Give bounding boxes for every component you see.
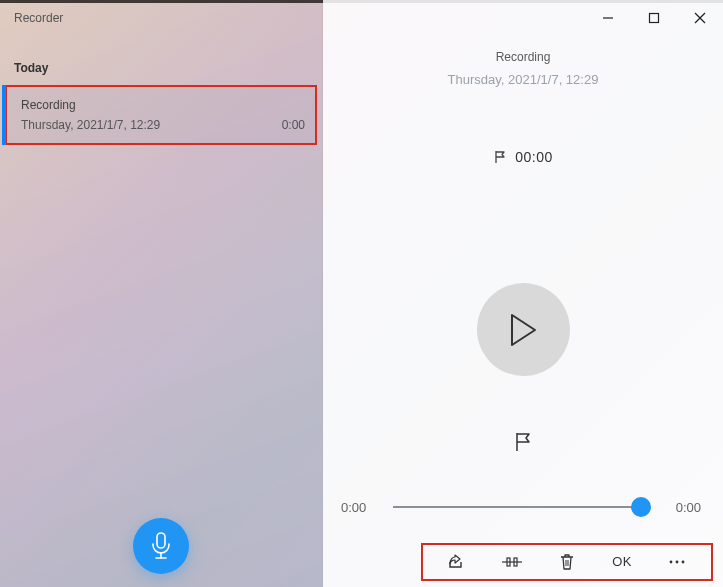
flag-outline-icon xyxy=(514,432,532,452)
playback-scrubber: 0:00 0:00 xyxy=(323,497,723,517)
detail-date: Thursday, 2021/1/7, 12:29 xyxy=(448,72,599,87)
minimize-button[interactable] xyxy=(585,0,631,36)
window-controls xyxy=(585,0,723,36)
section-label-today: Today xyxy=(0,25,322,85)
trim-button[interactable] xyxy=(490,546,534,578)
toolbar-inner: OK xyxy=(421,543,713,581)
trim-icon xyxy=(502,555,522,569)
scrubber-thumb[interactable] xyxy=(631,497,651,517)
maximize-icon xyxy=(648,12,660,24)
play-button[interactable] xyxy=(477,283,570,376)
marker-time-display: 00:00 xyxy=(493,149,553,165)
scrub-time-end: 0:00 xyxy=(667,500,701,515)
scrubber-track[interactable] xyxy=(393,497,649,517)
minimize-icon xyxy=(602,12,614,24)
ok-button[interactable]: OK xyxy=(600,546,644,578)
microphone-icon xyxy=(150,532,172,560)
flag-icon xyxy=(493,150,507,164)
recording-list-item[interactable]: Recording Thursday, 2021/1/7, 12:29 0:00 xyxy=(5,85,317,145)
svg-point-13 xyxy=(676,560,679,563)
svg-point-14 xyxy=(682,560,685,563)
detail-toolbar: OK xyxy=(323,540,723,587)
scrubber-line xyxy=(393,506,649,508)
close-button[interactable] xyxy=(677,0,723,36)
svg-point-12 xyxy=(670,560,673,563)
record-button[interactable] xyxy=(133,518,189,574)
recording-item-date: Thursday, 2021/1/7, 12:29 xyxy=(21,118,160,132)
svg-rect-4 xyxy=(650,14,659,23)
scrub-time-start: 0:00 xyxy=(341,500,375,515)
trash-icon xyxy=(560,554,574,570)
recording-item-title: Recording xyxy=(21,98,305,112)
share-button[interactable] xyxy=(435,546,479,578)
share-icon xyxy=(448,554,466,570)
svg-rect-0 xyxy=(157,533,165,548)
play-icon xyxy=(508,313,538,347)
marker-time-value: 00:00 xyxy=(515,149,553,165)
add-marker-button[interactable] xyxy=(508,426,538,462)
sidebar: Recorder Today Recording Thursday, 2021/… xyxy=(0,0,323,587)
detail-panel: Recording Thursday, 2021/1/7, 12:29 00:0… xyxy=(323,0,723,587)
maximize-button[interactable] xyxy=(631,0,677,36)
delete-button[interactable] xyxy=(545,546,589,578)
more-icon xyxy=(668,559,686,565)
more-button[interactable] xyxy=(655,546,699,578)
recording-item-duration: 0:00 xyxy=(282,118,305,132)
app-window: Recorder Today Recording Thursday, 2021/… xyxy=(0,0,723,587)
app-title: Recorder xyxy=(0,0,322,25)
detail-title: Recording xyxy=(496,50,551,64)
close-icon xyxy=(694,12,706,24)
